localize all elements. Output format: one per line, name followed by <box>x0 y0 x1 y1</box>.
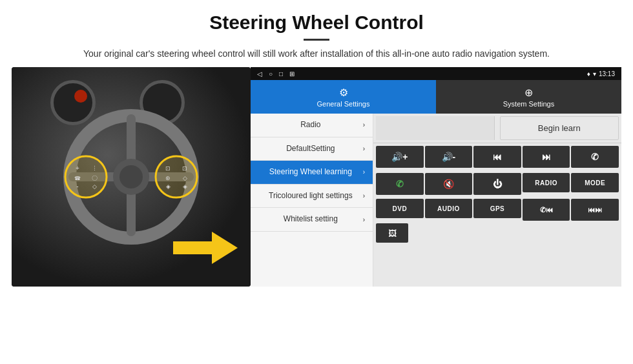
prev-track-btn[interactable]: ⏮ <box>473 146 521 168</box>
menu-item-steering[interactable]: Steering Wheel learning › <box>251 161 373 185</box>
tab-general-label: General Settings <box>317 100 370 108</box>
menu-item-whitelist-label: Whitelist setting <box>258 214 363 225</box>
svg-text:〇: 〇 <box>92 175 98 181</box>
svg-text:-: - <box>76 183 78 190</box>
answer-btn[interactable]: ✆ <box>376 173 424 195</box>
status-bar: ◁ ○ □ ⊞ ♦ ▾ 13:13 <box>251 67 621 80</box>
svg-text:◈: ◈ <box>183 183 187 190</box>
location-icon: ♦ <box>587 70 590 77</box>
vol-up-btn[interactable]: 🔊+ <box>376 146 424 168</box>
gauge-red-indicator <box>74 90 87 103</box>
main-area: Radio › DefaultSetting › Steering Wheel … <box>251 114 621 287</box>
content-section: + ☎ - ⋮ 〇 ◇ ⊡ ⊛ ◈ ⊡ ◇ ◈ <box>0 67 633 364</box>
signal-icon: ▾ <box>593 70 596 77</box>
begin-learn-button[interactable]: Begin learn <box>500 116 619 140</box>
system-settings-icon: ⊕ <box>524 86 533 99</box>
mute-btn[interactable]: 🔇 <box>425 173 473 195</box>
svg-text:◇: ◇ <box>92 183 97 190</box>
radio-label: RADIO <box>535 179 557 187</box>
page-title: Steering Wheel Control <box>26 12 607 34</box>
tab-system-label: System Settings <box>503 100 554 108</box>
menu-panel: Radio › DefaultSetting › Steering Wheel … <box>251 114 373 287</box>
audio-btn[interactable]: AUDIO <box>425 199 473 218</box>
menu-item-radio-label: Radio <box>258 120 363 130</box>
answer-icon: ✆ <box>396 179 404 189</box>
controls-top-row: Begin learn <box>373 114 621 143</box>
audio-label: AUDIO <box>437 205 460 212</box>
menu-item-whitelist[interactable]: Whitelist setting › <box>251 208 373 232</box>
tab-system[interactable]: ⊕ System Settings <box>436 80 621 114</box>
prev-next-btn[interactable]: ⏮⏭ <box>571 199 619 221</box>
svg-text:◇: ◇ <box>183 175 187 181</box>
title-divider <box>304 39 329 41</box>
controls-grid-row3: DVD AUDIO GPS ✆⏮ ⏮⏭ <box>373 197 621 222</box>
chevron-icon: › <box>363 145 365 152</box>
car-image: + ☎ - ⋮ 〇 ◇ ⊡ ⊛ ◈ ⊡ ◇ ◈ <box>12 67 251 287</box>
status-right: ♦ ▾ 13:13 <box>587 70 615 77</box>
vol-down-btn[interactable]: 🔊- <box>425 146 473 168</box>
time-display: 13:13 <box>599 70 615 77</box>
svg-text:+: + <box>76 165 79 172</box>
gps-btn[interactable]: GPS <box>473 199 521 218</box>
phone-prev-btn[interactable]: ✆⏮ <box>523 199 570 221</box>
svg-text:⋮: ⋮ <box>92 165 98 172</box>
page-wrapper: Steering Wheel Control Your original car… <box>0 0 633 364</box>
android-panel: ◁ ○ □ ⊞ ♦ ▾ 13:13 ⚙ General Settings <box>251 67 621 287</box>
empty-control-box <box>376 116 495 140</box>
controls-grid-row2: ✆ 🔇 ⏻ RADIO MODE <box>373 170 621 197</box>
car-background: + ☎ - ⋮ 〇 ◇ ⊡ ⊛ ◈ ⊡ ◇ ◈ <box>12 67 251 287</box>
dvd-label: DVD <box>392 205 407 212</box>
phone-icon: ✆ <box>591 152 599 162</box>
next-track-icon: ⏭ <box>542 152 551 162</box>
menu-item-tricolour[interactable]: Tricoloured light settings › <box>251 185 373 208</box>
steering-wheel-svg: + ☎ - ⋮ 〇 ◇ ⊡ ⊛ ◈ ⊡ ◇ ◈ <box>50 106 212 248</box>
chevron-icon: › <box>363 216 365 223</box>
general-settings-icon: ⚙ <box>339 86 348 99</box>
phone-call-btn[interactable]: ✆ <box>571 146 619 168</box>
radio-btn[interactable]: RADIO <box>523 173 570 192</box>
menu-item-radio[interactable]: Radio › <box>251 114 373 137</box>
svg-text:☎: ☎ <box>74 176 81 181</box>
svg-text:◈: ◈ <box>166 183 171 190</box>
mode-label: MODE <box>585 179 605 187</box>
prev-next-icon: ⏮⏭ <box>588 206 602 214</box>
back-icon: ◁ <box>257 70 262 77</box>
gps-label: GPS <box>490 205 505 212</box>
dvd-btn[interactable]: DVD <box>376 199 424 218</box>
svg-text:⊡: ⊡ <box>182 165 187 172</box>
menu-item-default-label: DefaultSetting <box>258 144 363 154</box>
subtitle-text: Your original car's steering wheel contr… <box>26 47 607 61</box>
controls-panel: Begin learn 🔊+ 🔊- ⏮ <box>373 114 621 287</box>
tabs-row: ⚙ General Settings ⊕ System Settings <box>251 80 621 114</box>
controls-last-row: 🖼 <box>373 222 621 244</box>
svg-point-5 <box>119 165 143 188</box>
mute-icon: 🔇 <box>443 179 454 189</box>
vol-up-icon: 🔊+ <box>391 152 408 162</box>
svg-marker-20 <box>173 232 238 264</box>
phone-prev-icon: ✆⏮ <box>540 206 553 214</box>
vol-down-icon: 🔊- <box>442 152 456 162</box>
menu-item-tricolour-label: Tricoloured light settings <box>258 191 363 201</box>
arrow-indicator <box>173 228 238 267</box>
svg-text:⊛: ⊛ <box>165 175 171 181</box>
prev-track-icon: ⏮ <box>493 152 502 162</box>
image-btn[interactable]: 🖼 <box>376 223 408 243</box>
chevron-icon: › <box>363 121 365 128</box>
svg-point-7 <box>156 156 197 197</box>
menu-item-default[interactable]: DefaultSetting › <box>251 137 373 161</box>
tab-general[interactable]: ⚙ General Settings <box>251 80 436 114</box>
menu-item-steering-label: Steering Wheel learning <box>258 167 363 177</box>
chevron-icon: › <box>363 192 365 199</box>
controls-grid-row1: 🔊+ 🔊- ⏮ ⏭ ✆ <box>373 143 621 170</box>
header-section: Steering Wheel Control Your original car… <box>0 0 633 67</box>
chevron-icon: › <box>363 168 365 176</box>
svg-point-6 <box>65 156 107 197</box>
mode-btn[interactable]: MODE <box>571 173 619 192</box>
next-track-btn[interactable]: ⏭ <box>523 146 570 168</box>
apps-icon: ⊞ <box>289 70 295 77</box>
status-left: ◁ ○ □ ⊞ <box>257 70 295 77</box>
recents-icon: □ <box>279 70 283 77</box>
power-btn[interactable]: ⏻ <box>473 173 521 195</box>
power-icon: ⏻ <box>493 179 502 189</box>
home-icon: ○ <box>269 70 273 77</box>
